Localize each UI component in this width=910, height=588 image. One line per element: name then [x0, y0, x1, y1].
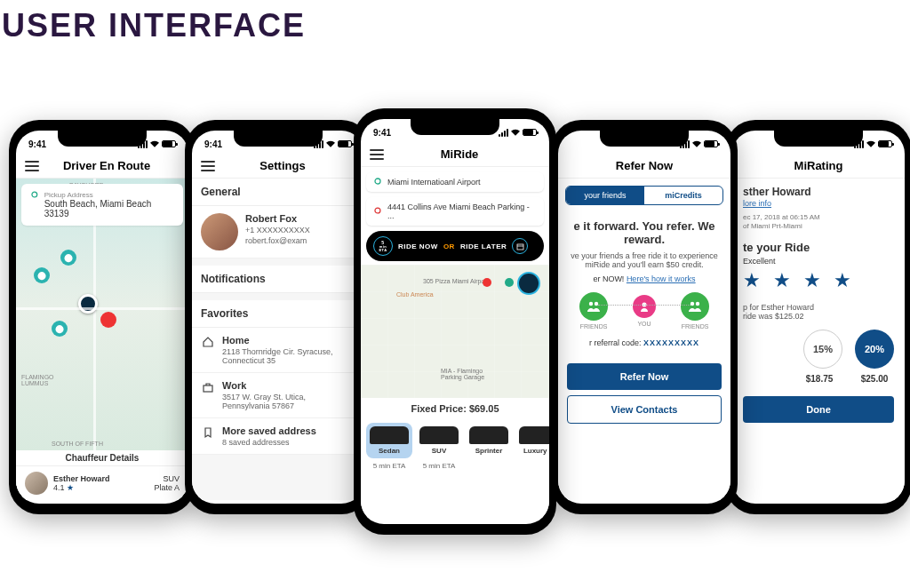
car-option-sedan[interactable]: Sedan — [366, 423, 412, 458]
section-general: General — [192, 179, 364, 206]
refer-description: ve your friends a free ride it to experi… — [567, 251, 722, 269]
map-pin — [100, 312, 116, 328]
more-info-link[interactable]: lore info — [743, 199, 771, 208]
route-map[interactable]: Club America 305 Pizza Miami Airport MIA… — [361, 265, 549, 398]
refer-tabs: your friends miCredits — [565, 186, 723, 205]
tip-ride-cost: ride was $125.02 — [743, 312, 894, 321]
home-icon — [201, 335, 215, 349]
driver-name: sther Howard — [743, 186, 894, 198]
svg-rect-1 — [204, 385, 212, 392]
status-time: 9:41 — [28, 139, 46, 149]
section-notifications[interactable]: Notifications — [192, 266, 364, 293]
current-location-marker — [78, 294, 98, 314]
friends-icon — [681, 292, 709, 321]
svg-point-9 — [696, 302, 699, 306]
driver-avatar — [25, 472, 48, 495]
battery-icon — [338, 140, 352, 147]
ride-now-label: RIDE NOW — [398, 242, 438, 250]
you-icon — [633, 295, 656, 318]
refer-heading: e it forward. You refer. We reward. — [567, 219, 722, 246]
car-eta: 5 min ETA — [416, 462, 462, 470]
driver-rating: 4.1 — [53, 483, 65, 492]
pin-icon — [373, 178, 382, 187]
referral-code: XXXXXXXXX — [643, 338, 699, 347]
favorite-work[interactable]: Work 3517 W. Gray St. Utica, Pennsylvani… — [192, 373, 364, 418]
profile-row[interactable]: Robert Fox +1 XXXXXXXXXX robert.fox@exam — [192, 206, 364, 258]
star-icon: ★ — [67, 483, 74, 492]
map-pin: ⬤ — [60, 250, 76, 266]
refer-prompt: er NOW! — [593, 274, 627, 283]
screen-title: Refer Now — [567, 159, 722, 172]
page-heading: USER INTERFACE — [0, 0, 910, 44]
car-option-sprinter[interactable]: Sprinter — [466, 423, 512, 458]
screen-title: Settings — [210, 159, 355, 172]
svg-point-2 — [375, 179, 380, 184]
svg-point-5 — [589, 302, 593, 306]
fixed-price: Fixed Price: $69.05 — [361, 398, 549, 419]
friends-icon — [579, 292, 608, 321]
ride-mode-pill[interactable]: 5minETA RIDE NOW OR RIDE LATER — [366, 231, 544, 261]
view-contacts-button[interactable]: View Contacts — [567, 395, 722, 424]
how-it-works-link[interactable]: Here's how it works — [627, 274, 696, 283]
status-time: 9:41 — [373, 128, 391, 138]
ride-datetime: ec 17, 2018 at 06:15 AM — [743, 213, 894, 221]
phone-miride: 9:41 MiRide Miami Internatioanl Airport … — [354, 108, 556, 535]
rate-heading: te your Ride — [743, 241, 894, 254]
wifi-icon — [150, 140, 159, 147]
destination-field[interactable]: 4441 Collins Ave Miami Beach Parking - .… — [366, 197, 544, 226]
user-name: Robert Fox — [245, 213, 355, 224]
pickup-card[interactable]: Pickup Address South Beach, Miami Beach … — [21, 184, 183, 226]
friends-label: FRIENDS — [681, 323, 709, 330]
phone-settings: 9:41 Settings General Robert Fox +1 XXXX… — [185, 120, 371, 514]
wifi-icon — [866, 140, 875, 147]
tip-20[interactable]: 20% — [855, 330, 894, 369]
fav-label: Home — [222, 335, 355, 346]
svg-point-0 — [32, 192, 37, 197]
calendar-icon[interactable] — [512, 238, 528, 254]
eta-badge: 5minETA — [373, 236, 393, 256]
screen-title: MiRide — [379, 147, 540, 161]
chauffeur-panel[interactable]: Chauffeur Details Esther Howard 4.1 ★ SU… — [16, 465, 188, 500]
tip-15[interactable]: 15% — [803, 330, 842, 369]
map-pin — [483, 278, 491, 287]
refer-now-button[interactable]: Refer Now — [567, 363, 722, 390]
phones-container: 9:41 Driver En Route Pickup Address Sout… — [0, 44, 910, 577]
favorite-more[interactable]: More saved address 8 saved addresses — [192, 418, 364, 455]
user-email: robert.fox@exam — [245, 236, 355, 245]
tip-20-value: $25.00 — [855, 374, 894, 384]
vehicle-plate: Plate A — [154, 483, 180, 492]
chauffeur-heading: Chauffeur Details — [16, 450, 188, 465]
tip-text: p for Esther Howard — [743, 303, 894, 312]
vehicle-selector: Sedan SUV Sprinter Luxury S — [361, 419, 549, 462]
tip-15-value: $18.75 — [800, 374, 839, 384]
pickup-text: Miami Internatioanl Airport — [387, 178, 481, 187]
pin-icon — [373, 207, 382, 216]
tab-friends[interactable]: your friends — [566, 187, 644, 204]
svg-point-8 — [690, 302, 694, 306]
section-favorites: Favorites — [192, 300, 364, 328]
pin-icon — [30, 191, 39, 200]
you-label: YOU — [633, 321, 656, 327]
destination-text: 4441 Collins Ave Miami Beach Parking - .… — [387, 203, 537, 220]
done-button[interactable]: Done — [743, 396, 894, 423]
tab-micredits[interactable]: miCredits — [644, 187, 722, 204]
friends-label: FRIENDS — [579, 323, 608, 330]
star-rating[interactable]: ★ ★ ★ ★ — [743, 269, 894, 292]
signal-icon — [499, 129, 508, 137]
wifi-icon — [326, 140, 335, 147]
fav-address: 2118 Thornridge Cir. Syracuse, Connectic… — [222, 347, 355, 365]
favorite-home[interactable]: Home 2118 Thornridge Cir. Syracuse, Conn… — [192, 328, 364, 373]
pickup-field[interactable]: Miami Internatioanl Airport — [366, 172, 544, 192]
map-pin: ⬤ — [34, 267, 50, 283]
screen-title: Driver En Route — [34, 159, 180, 172]
car-option-suv[interactable]: SUV — [416, 423, 462, 458]
map-pin: ⬤ — [52, 321, 68, 337]
map-pin — [505, 278, 514, 287]
wifi-icon — [511, 129, 520, 136]
phone-rating: MiRating sther Howard lore info ec 17, 2… — [725, 120, 910, 514]
car-option-luxury[interactable]: Luxury S — [515, 423, 549, 458]
status-time: 9:41 — [204, 139, 222, 149]
screen-title: MiRating — [741, 159, 896, 172]
wifi-icon — [692, 140, 701, 147]
svg-point-3 — [375, 208, 380, 213]
